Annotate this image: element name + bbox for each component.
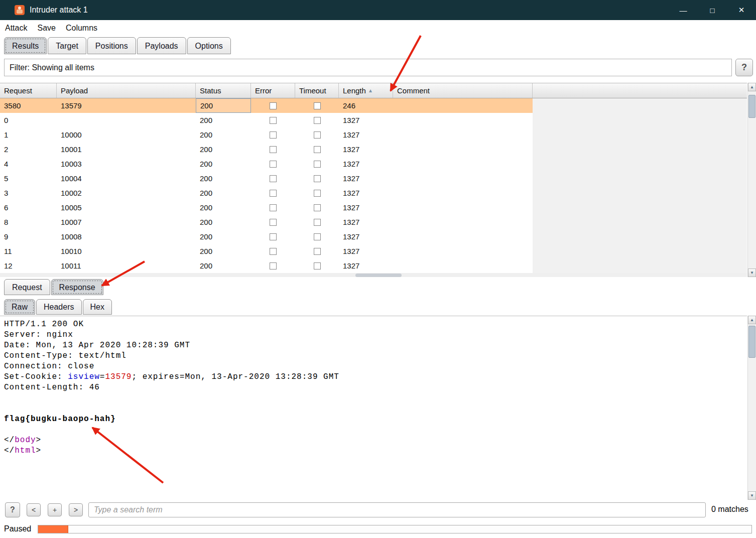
- cell-error: [251, 258, 295, 273]
- search-next-button[interactable]: >: [69, 503, 83, 516]
- column-header-timeout[interactable]: Timeout: [295, 83, 339, 98]
- cell-comment: [393, 113, 533, 127]
- timeout-checkbox[interactable]: [314, 204, 321, 211]
- result-row[interactable]: 2100012001327: [0, 142, 533, 157]
- scroll-down-icon[interactable]: ▼: [748, 491, 756, 500]
- table-scrollbar-thumb[interactable]: [748, 95, 755, 118]
- error-checkbox[interactable]: [270, 175, 277, 182]
- menu-columns[interactable]: Columns: [61, 20, 102, 36]
- column-header-length[interactable]: Length▴: [339, 83, 393, 98]
- cell-comment: [393, 157, 533, 171]
- cell-timeout: [295, 186, 339, 200]
- cell-length: 1327: [339, 186, 393, 200]
- error-checkbox[interactable]: [270, 161, 277, 168]
- timeout-checkbox[interactable]: [314, 248, 321, 255]
- search-previous-button[interactable]: <: [27, 503, 41, 516]
- result-row[interactable]: 9100082001327: [0, 229, 533, 244]
- result-row[interactable]: 12100112001327: [0, 258, 533, 273]
- error-checkbox[interactable]: [270, 204, 277, 211]
- response-scrollbar[interactable]: ▲ ▼: [747, 316, 756, 500]
- timeout-checkbox[interactable]: [314, 175, 321, 182]
- minimize-button[interactable]: —: [669, 0, 698, 20]
- timeout-checkbox[interactable]: [314, 219, 321, 226]
- intruder-attack-window: { "window": { "title": "Intruder attack …: [0, 0, 756, 538]
- timeout-checkbox[interactable]: [314, 131, 321, 139]
- result-row[interactable]: 4100032001327: [0, 157, 533, 171]
- tab-positions[interactable]: Positions: [87, 37, 136, 54]
- error-checkbox[interactable]: [270, 131, 277, 139]
- column-header-error[interactable]: Error: [251, 83, 295, 98]
- message-tab-bar: Request Response: [4, 279, 104, 295]
- main-tab-bar: Results Target Positions Payloads Option…: [4, 37, 232, 54]
- tab-hex[interactable]: Hex: [83, 299, 112, 315]
- column-header-payload[interactable]: Payload: [57, 83, 196, 98]
- tab-response[interactable]: Response: [51, 279, 103, 295]
- table-scrollbar[interactable]: ▲ ▼: [747, 83, 756, 277]
- timeout-checkbox[interactable]: [314, 161, 321, 168]
- column-header-status[interactable]: Status: [196, 83, 251, 98]
- cell-comment: [393, 244, 533, 258]
- error-checkbox[interactable]: [270, 102, 277, 109]
- tab-raw[interactable]: Raw: [4, 299, 35, 315]
- error-checkbox[interactable]: [270, 190, 277, 197]
- cell-length: 1327: [339, 244, 393, 258]
- filter-help-button[interactable]: ?: [735, 59, 753, 76]
- cell-timeout: [295, 200, 339, 215]
- close-button[interactable]: ✕: [727, 0, 756, 20]
- cell-error: [251, 215, 295, 229]
- cell-request: 3: [0, 186, 57, 200]
- result-row[interactable]: 358013579200246: [0, 98, 533, 113]
- split-divider-grip[interactable]: [355, 274, 402, 277]
- cell-comment: [393, 215, 533, 229]
- search-add-button[interactable]: +: [48, 503, 62, 516]
- menu-attack[interactable]: Attack: [0, 20, 32, 36]
- tab-results[interactable]: Results: [4, 37, 47, 54]
- column-header-request[interactable]: Request: [0, 83, 57, 98]
- result-row[interactable]: 02001327: [0, 113, 533, 127]
- scroll-up-icon[interactable]: ▲: [748, 83, 756, 91]
- scroll-down-icon[interactable]: ▼: [748, 268, 756, 277]
- filter-bar[interactable]: Filter: Showing all items: [4, 59, 732, 76]
- error-checkbox[interactable]: [270, 262, 277, 270]
- search-input[interactable]: [88, 502, 706, 517]
- tab-headers[interactable]: Headers: [36, 299, 81, 315]
- tab-request[interactable]: Request: [4, 279, 50, 295]
- cell-length: 246: [339, 98, 393, 113]
- timeout-checkbox[interactable]: [314, 190, 321, 197]
- cell-request: 2: [0, 142, 57, 157]
- scroll-up-icon[interactable]: ▲: [748, 316, 756, 324]
- response-scrollbar-thumb[interactable]: [748, 326, 755, 358]
- error-checkbox[interactable]: [270, 117, 277, 124]
- result-row[interactable]: 3100022001327: [0, 186, 533, 200]
- timeout-checkbox[interactable]: [314, 233, 321, 240]
- response-line: Content-Length: 46: [4, 382, 747, 393]
- cell-timeout: [295, 215, 339, 229]
- cell-status: 200: [196, 113, 251, 127]
- sort-ascending-icon: ▴: [369, 83, 372, 98]
- result-row[interactable]: 11100102001327: [0, 244, 533, 258]
- result-row[interactable]: 8100072001327: [0, 215, 533, 229]
- tab-options[interactable]: Options: [187, 37, 231, 54]
- timeout-checkbox[interactable]: [314, 146, 321, 153]
- error-checkbox[interactable]: [270, 219, 277, 226]
- result-row[interactable]: 6100052001327: [0, 200, 533, 215]
- cell-payload: 10005: [57, 200, 196, 215]
- response-body[interactable]: HTTP/1.1 200 OKServer: nginxDate: Mon, 1…: [0, 316, 747, 500]
- tab-payloads[interactable]: Payloads: [137, 37, 186, 54]
- timeout-checkbox[interactable]: [314, 117, 321, 124]
- result-row[interactable]: 5100042001327: [0, 171, 533, 186]
- menu-save[interactable]: Save: [32, 20, 60, 36]
- error-checkbox[interactable]: [270, 146, 277, 153]
- timeout-checkbox[interactable]: [314, 102, 321, 109]
- error-checkbox[interactable]: [270, 248, 277, 255]
- result-row[interactable]: 1100002001327: [0, 127, 533, 142]
- search-matches-count: 0 matches: [711, 505, 748, 514]
- column-header-comment[interactable]: Comment: [393, 83, 533, 98]
- error-checkbox[interactable]: [270, 233, 277, 240]
- tab-target[interactable]: Target: [48, 37, 86, 54]
- cell-comment: [393, 98, 533, 113]
- response-line: [4, 404, 747, 414]
- maximize-button[interactable]: □: [698, 0, 727, 20]
- search-help-button[interactable]: ?: [5, 502, 20, 517]
- timeout-checkbox[interactable]: [314, 262, 321, 270]
